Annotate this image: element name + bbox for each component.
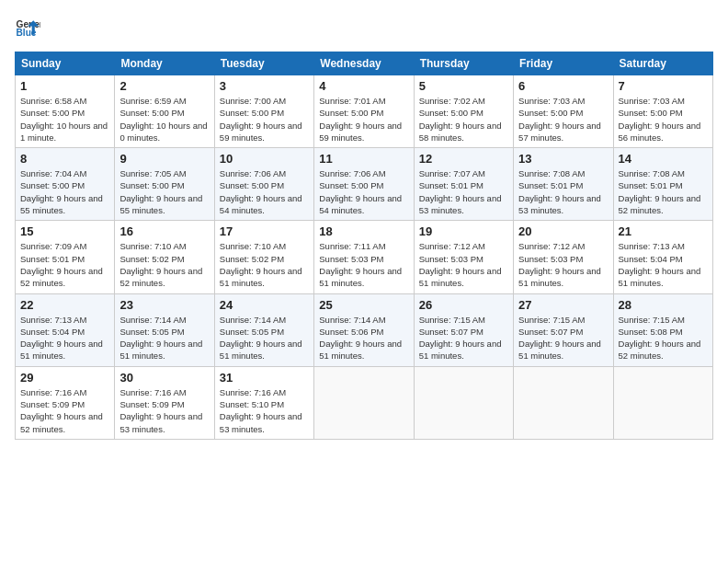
page-header: General Blue [15, 15, 713, 40]
calendar-day-cell: 21 Sunrise: 7:13 AM Sunset: 5:04 PM Dayl… [613, 221, 712, 293]
day-number: 19 [419, 224, 508, 238]
calendar-week-row: 8 Sunrise: 7:04 AM Sunset: 5:00 PM Dayli… [16, 148, 713, 221]
weekday-header-cell: Friday [514, 52, 613, 75]
calendar-table: SundayMondayTuesdayWednesdayThursdayFrid… [15, 52, 713, 440]
calendar-day-cell: 15 Sunrise: 7:09 AM Sunset: 5:01 PM Dayl… [16, 221, 115, 293]
calendar-day-cell: 16 Sunrise: 7:10 AM Sunset: 5:02 PM Dayl… [115, 221, 214, 293]
calendar-day-cell: 30 Sunrise: 7:16 AM Sunset: 5:09 PM Dayl… [115, 366, 214, 439]
day-number: 24 [220, 298, 309, 312]
day-info: Sunrise: 7:16 AM Sunset: 5:10 PM Dayligh… [220, 386, 309, 435]
calendar-day-cell: 5 Sunrise: 7:02 AM Sunset: 5:00 PM Dayli… [414, 75, 513, 148]
weekday-header-cell: Thursday [414, 52, 513, 75]
calendar-week-row: 15 Sunrise: 7:09 AM Sunset: 5:01 PM Dayl… [16, 221, 713, 293]
day-number: 30 [119, 371, 209, 385]
day-number: 12 [419, 152, 508, 166]
calendar-day-cell: 31 Sunrise: 7:16 AM Sunset: 5:10 PM Dayl… [214, 366, 313, 439]
day-info: Sunrise: 7:16 AM Sunset: 5:09 PM Dayligh… [20, 386, 109, 435]
calendar-day-cell: 19 Sunrise: 7:12 AM Sunset: 5:03 PM Dayl… [414, 221, 513, 293]
calendar-day-cell: 26 Sunrise: 7:15 AM Sunset: 5:07 PM Dayl… [414, 293, 513, 366]
calendar-day-cell: 11 Sunrise: 7:06 AM Sunset: 5:00 PM Dayl… [314, 148, 414, 221]
day-number: 4 [319, 79, 408, 93]
calendar-day-cell: 20 Sunrise: 7:12 AM Sunset: 5:03 PM Dayl… [514, 221, 613, 293]
day-number: 3 [220, 79, 309, 93]
day-number: 27 [518, 298, 608, 312]
calendar-day-cell: 17 Sunrise: 7:10 AM Sunset: 5:02 PM Dayl… [214, 221, 313, 293]
calendar-day-cell: 14 Sunrise: 7:08 AM Sunset: 5:01 PM Dayl… [613, 148, 712, 221]
day-info: Sunrise: 7:14 AM Sunset: 5:05 PM Dayligh… [119, 314, 209, 362]
day-number: 26 [419, 298, 508, 312]
day-number: 8 [20, 152, 109, 166]
day-number: 6 [518, 79, 608, 93]
day-info: Sunrise: 7:06 AM Sunset: 5:00 PM Dayligh… [220, 167, 309, 216]
day-info: Sunrise: 7:13 AM Sunset: 5:04 PM Dayligh… [20, 314, 109, 362]
day-number: 11 [319, 152, 408, 166]
calendar-week-row: 1 Sunrise: 6:58 AM Sunset: 5:00 PM Dayli… [16, 75, 713, 148]
calendar-day-cell [613, 366, 712, 439]
day-number: 9 [119, 152, 209, 166]
day-info: Sunrise: 7:08 AM Sunset: 5:01 PM Dayligh… [518, 167, 608, 216]
day-info: Sunrise: 7:12 AM Sunset: 5:03 PM Dayligh… [518, 240, 608, 289]
day-info: Sunrise: 7:15 AM Sunset: 5:08 PM Dayligh… [619, 314, 708, 362]
day-info: Sunrise: 7:08 AM Sunset: 5:01 PM Dayligh… [619, 167, 708, 216]
day-info: Sunrise: 7:02 AM Sunset: 5:00 PM Dayligh… [419, 95, 508, 144]
day-info: Sunrise: 7:16 AM Sunset: 5:09 PM Dayligh… [119, 386, 209, 435]
calendar-day-cell: 22 Sunrise: 7:13 AM Sunset: 5:04 PM Dayl… [16, 293, 115, 366]
calendar-day-cell: 8 Sunrise: 7:04 AM Sunset: 5:00 PM Dayli… [16, 148, 115, 221]
calendar-day-cell: 23 Sunrise: 7:14 AM Sunset: 5:05 PM Dayl… [115, 293, 214, 366]
day-info: Sunrise: 7:04 AM Sunset: 5:00 PM Dayligh… [20, 167, 109, 216]
calendar-day-cell: 3 Sunrise: 7:00 AM Sunset: 5:00 PM Dayli… [214, 75, 313, 148]
weekday-header-cell: Sunday [16, 52, 115, 75]
calendar-week-row: 22 Sunrise: 7:13 AM Sunset: 5:04 PM Dayl… [16, 293, 713, 366]
day-number: 1 [20, 79, 109, 93]
calendar-day-cell: 1 Sunrise: 6:58 AM Sunset: 5:00 PM Dayli… [16, 75, 115, 148]
day-info: Sunrise: 7:12 AM Sunset: 5:03 PM Dayligh… [419, 240, 508, 289]
weekday-header-cell: Saturday [613, 52, 712, 75]
day-info: Sunrise: 6:59 AM Sunset: 5:00 PM Dayligh… [119, 95, 209, 144]
day-info: Sunrise: 7:10 AM Sunset: 5:02 PM Dayligh… [119, 240, 209, 289]
day-number: 7 [619, 79, 708, 93]
day-number: 15 [20, 224, 109, 238]
calendar-day-cell: 13 Sunrise: 7:08 AM Sunset: 5:01 PM Dayl… [514, 148, 613, 221]
day-info: Sunrise: 7:06 AM Sunset: 5:00 PM Dayligh… [319, 167, 408, 216]
calendar-body: 1 Sunrise: 6:58 AM Sunset: 5:00 PM Dayli… [16, 75, 713, 440]
day-info: Sunrise: 7:00 AM Sunset: 5:00 PM Dayligh… [220, 95, 309, 144]
day-info: Sunrise: 7:03 AM Sunset: 5:00 PM Dayligh… [518, 95, 608, 144]
calendar-day-cell [414, 366, 513, 439]
day-info: Sunrise: 7:11 AM Sunset: 5:03 PM Dayligh… [319, 240, 408, 289]
day-number: 21 [619, 224, 708, 238]
weekday-header-cell: Tuesday [214, 52, 313, 75]
day-number: 16 [119, 224, 209, 238]
calendar-day-cell: 25 Sunrise: 7:14 AM Sunset: 5:06 PM Dayl… [314, 293, 414, 366]
day-info: Sunrise: 7:07 AM Sunset: 5:01 PM Dayligh… [419, 167, 508, 216]
calendar-week-row: 29 Sunrise: 7:16 AM Sunset: 5:09 PM Dayl… [16, 366, 713, 439]
weekday-header-row: SundayMondayTuesdayWednesdayThursdayFrid… [16, 52, 713, 75]
weekday-header-cell: Wednesday [314, 52, 414, 75]
day-number: 14 [619, 152, 708, 166]
calendar-day-cell: 28 Sunrise: 7:15 AM Sunset: 5:08 PM Dayl… [613, 293, 712, 366]
day-number: 2 [119, 79, 209, 93]
day-info: Sunrise: 7:13 AM Sunset: 5:04 PM Dayligh… [619, 240, 708, 289]
day-info: Sunrise: 7:09 AM Sunset: 5:01 PM Dayligh… [20, 240, 109, 289]
calendar-day-cell: 29 Sunrise: 7:16 AM Sunset: 5:09 PM Dayl… [16, 366, 115, 439]
calendar-day-cell: 10 Sunrise: 7:06 AM Sunset: 5:00 PM Dayl… [214, 148, 313, 221]
calendar-day-cell: 12 Sunrise: 7:07 AM Sunset: 5:01 PM Dayl… [414, 148, 513, 221]
day-number: 22 [20, 298, 109, 312]
calendar-day-cell: 9 Sunrise: 7:05 AM Sunset: 5:00 PM Dayli… [115, 148, 214, 221]
day-number: 29 [20, 371, 109, 385]
calendar-day-cell [514, 366, 613, 439]
day-number: 20 [518, 224, 608, 238]
day-info: Sunrise: 7:14 AM Sunset: 5:05 PM Dayligh… [220, 314, 309, 362]
logo-icon: General Blue [15, 15, 40, 40]
calendar-day-cell: 7 Sunrise: 7:03 AM Sunset: 5:00 PM Dayli… [613, 75, 712, 148]
day-info: Sunrise: 7:05 AM Sunset: 5:00 PM Dayligh… [119, 167, 209, 216]
day-number: 17 [220, 224, 309, 238]
day-info: Sunrise: 7:10 AM Sunset: 5:02 PM Dayligh… [220, 240, 309, 289]
day-number: 23 [119, 298, 209, 312]
day-number: 31 [220, 371, 309, 385]
day-info: Sunrise: 6:58 AM Sunset: 5:00 PM Dayligh… [20, 95, 109, 144]
calendar-day-cell: 18 Sunrise: 7:11 AM Sunset: 5:03 PM Dayl… [314, 221, 414, 293]
day-info: Sunrise: 7:01 AM Sunset: 5:00 PM Dayligh… [319, 95, 408, 144]
calendar-day-cell [314, 366, 414, 439]
calendar-day-cell: 24 Sunrise: 7:14 AM Sunset: 5:05 PM Dayl… [214, 293, 313, 366]
day-number: 28 [619, 298, 708, 312]
